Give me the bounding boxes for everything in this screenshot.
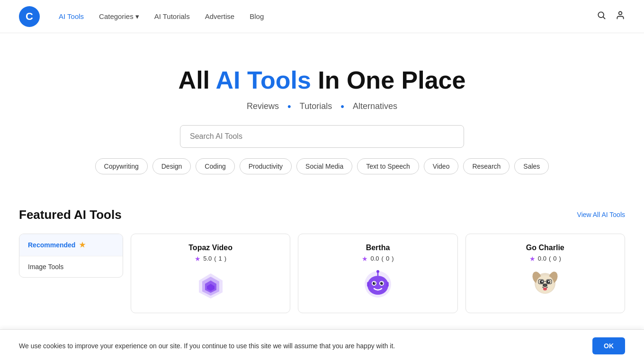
search-input[interactable] — [180, 125, 464, 148]
featured-grid: Recommended ★ Image Tools Topaz Video ★ … — [19, 234, 625, 313]
subtitle-reviews: Reviews — [247, 101, 279, 111]
nav-blog[interactable]: Blog — [250, 12, 264, 20]
tool-card-topaz-video[interactable]: Topaz Video ★ 5.0 (1) — [131, 234, 290, 313]
featured-header: Featured AI Tools View All AI Tools — [19, 208, 625, 222]
sidebar-item-image-tools[interactable]: Image Tools — [19, 256, 123, 277]
user-icon[interactable] — [616, 10, 625, 22]
svg-line-1 — [603, 17, 605, 19]
navbar: C AI Tools Categories ▾ AI Tutorials Adv… — [0, 0, 644, 33]
tag-copywriting[interactable]: Copywriting — [95, 158, 148, 174]
nav-ai-tools[interactable]: AI Tools — [59, 12, 84, 20]
tool-rating-topaz: ★ 5.0 (1) — [195, 255, 226, 262]
tag-design[interactable]: Design — [152, 158, 191, 174]
chevron-down-icon: ▾ — [135, 12, 139, 21]
dot-1: • — [287, 101, 291, 112]
logo-letter: C — [26, 10, 33, 23]
tag-research[interactable]: Research — [463, 158, 510, 174]
tags-container: Copywriting Design Coding Productivity S… — [9, 158, 635, 174]
sidebar-item-recommended[interactable]: Recommended ★ — [19, 234, 123, 256]
svg-point-28 — [544, 284, 546, 286]
tool-name-go-charlie: Go Charlie — [526, 244, 564, 252]
tool-card-go-charlie[interactable]: Go Charlie ★ 0.0 (0) — [465, 234, 625, 313]
topaz-icon — [197, 271, 225, 305]
featured-title: Featured AI Tools — [19, 208, 122, 222]
nav-categories[interactable]: Categories ▾ — [99, 12, 139, 21]
subtitle-alternatives: Alternatives — [353, 101, 397, 111]
sidebar-panel: Recommended ★ Image Tools — [19, 234, 123, 278]
tool-name-topaz: Topaz Video — [188, 244, 233, 252]
gocharlie-icon — [530, 269, 560, 305]
nav-ai-tutorials[interactable]: AI Tutorials — [154, 12, 190, 20]
featured-section: Featured AI Tools View All AI Tools Reco… — [0, 189, 644, 323]
tag-text-to-speech[interactable]: Text to Speech — [357, 158, 419, 174]
hero-section: All AI Tools In One Place Reviews • Tuto… — [0, 33, 644, 189]
tag-coding[interactable]: Coding — [196, 158, 234, 174]
subtitle-tutorials: Tutorials — [300, 101, 332, 111]
bertha-icon — [363, 269, 393, 305]
svg-point-29 — [543, 288, 547, 290]
star-icon: ★ — [79, 241, 85, 249]
nav-links: AI Tools Categories ▾ AI Tutorials Adver… — [59, 12, 264, 21]
svg-point-26 — [548, 281, 550, 282]
search-icon[interactable] — [597, 10, 606, 22]
hero-title: All AI Tools In One Place — [9, 66, 635, 95]
rating-star-bertha: ★ — [362, 255, 368, 262]
tag-social-media[interactable]: Social Media — [296, 158, 352, 174]
svg-point-16 — [376, 270, 379, 273]
logo[interactable]: C — [19, 6, 40, 27]
nav-advertise[interactable]: Advertise — [205, 12, 235, 20]
svg-point-25 — [542, 281, 543, 282]
svg-point-11 — [373, 282, 376, 285]
tag-video[interactable]: Video — [424, 158, 459, 174]
tool-rating-go-charlie: ★ 0.0 (0) — [529, 255, 561, 262]
dot-2: • — [340, 101, 344, 112]
svg-rect-18 — [386, 282, 389, 287]
svg-point-13 — [374, 282, 375, 283]
svg-rect-17 — [367, 282, 369, 287]
tool-cards: Topaz Video ★ 5.0 (1) Bertha — [131, 234, 625, 313]
svg-point-12 — [380, 282, 383, 285]
tag-sales[interactable]: Sales — [514, 158, 549, 174]
svg-point-14 — [382, 282, 383, 283]
rating-star-go-charlie: ★ — [529, 255, 536, 262]
nav-icons — [597, 10, 625, 22]
tool-rating-bertha: ★ 0.0 (0) — [362, 255, 394, 262]
hero-subtitle: Reviews • Tutorials • Alternatives — [9, 101, 635, 112]
tag-productivity[interactable]: Productivity — [240, 158, 292, 174]
tool-card-bertha[interactable]: Bertha ★ 0.0 (0) — [298, 234, 457, 313]
tool-name-bertha: Bertha — [366, 244, 390, 252]
search-container — [9, 125, 635, 148]
rating-star-topaz: ★ — [195, 255, 201, 262]
view-all-link[interactable]: View All AI Tools — [577, 211, 625, 218]
svg-point-8 — [367, 276, 388, 295]
svg-point-2 — [619, 12, 622, 15]
navbar-left: C AI Tools Categories ▾ AI Tutorials Adv… — [19, 6, 264, 27]
